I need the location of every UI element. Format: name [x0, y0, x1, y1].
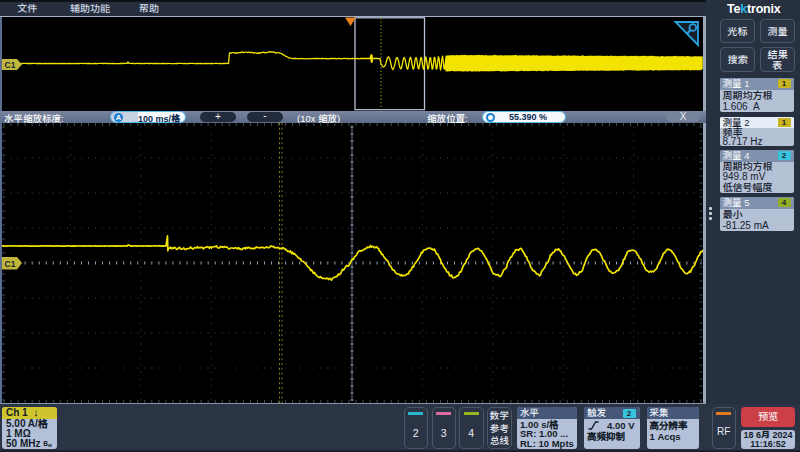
svg-text:C1: C1: [5, 60, 16, 70]
svg-text:C1: C1: [5, 259, 16, 269]
